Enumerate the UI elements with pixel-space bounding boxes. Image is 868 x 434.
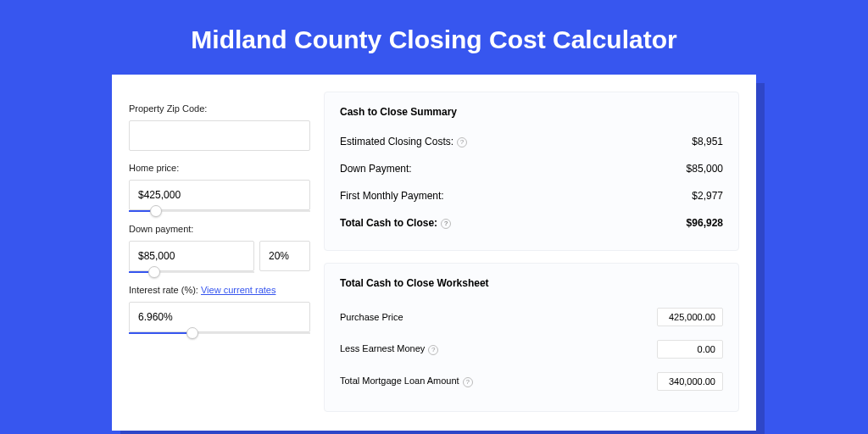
zip-label: Property Zip Code: <box>129 103 310 114</box>
summary-row: Down Payment:$85,000 <box>340 155 723 182</box>
zip-input[interactable] <box>129 120 310 151</box>
down-payment-label: Down payment: <box>129 224 310 234</box>
calculator-panel: Property Zip Code: Home price: Down paym… <box>112 75 756 431</box>
worksheet-row-label: Total Mortgage Loan Amount? <box>340 376 473 387</box>
help-icon[interactable]: ? <box>457 137 467 147</box>
home-price-label: Home price: <box>129 163 310 173</box>
inputs-column: Property Zip Code: Home price: Down paym… <box>129 92 310 414</box>
worksheet-row-label: Less Earnest Money? <box>340 343 438 354</box>
summary-row: Estimated Closing Costs:?$8,951 <box>340 128 723 155</box>
worksheet-row: Purchase Price425,000.00 <box>340 301 723 333</box>
home-price-slider[interactable] <box>129 210 310 212</box>
down-payment-thumb[interactable] <box>148 266 160 278</box>
worksheet-row-value[interactable]: 0.00 <box>657 340 723 359</box>
interest-rate-thumb[interactable] <box>186 327 198 339</box>
help-icon[interactable]: ? <box>428 345 438 355</box>
summary-row-value: $8,951 <box>692 136 723 147</box>
summary-card: Cash to Close Summary Estimated Closing … <box>324 92 739 251</box>
interest-rate-slider[interactable] <box>129 332 310 334</box>
help-icon[interactable]: ? <box>463 377 473 387</box>
worksheet-row-value[interactable]: 340,000.00 <box>657 372 723 391</box>
help-icon[interactable]: ? <box>441 219 451 229</box>
summary-row: Total Cash to Close:?$96,928 <box>340 209 723 236</box>
worksheet-row: Total Mortgage Loan Amount?340,000.00 <box>340 365 723 398</box>
summary-row: First Monthly Payment:$2,977 <box>340 182 723 209</box>
worksheet-row-value[interactable]: 425,000.00 <box>657 308 723 326</box>
worksheet-card: Total Cash to Close Worksheet Purchase P… <box>324 263 739 412</box>
summary-row-label: Estimated Closing Costs:? <box>340 136 467 147</box>
view-rates-link[interactable]: View current rates <box>201 285 275 295</box>
summary-row-value: $2,977 <box>692 190 723 202</box>
summary-row-value: $96,928 <box>687 217 723 229</box>
worksheet-heading: Total Cash to Close Worksheet <box>340 277 723 289</box>
summary-row-label: Down Payment: <box>340 163 412 175</box>
down-payment-pct-input[interactable] <box>259 241 310 271</box>
interest-rate-label: Interest rate (%): View current rates <box>129 285 310 295</box>
results-column: Cash to Close Summary Estimated Closing … <box>324 92 739 414</box>
down-payment-slider[interactable] <box>129 271 254 273</box>
worksheet-row: Less Earnest Money?0.00 <box>340 333 723 365</box>
down-payment-input[interactable] <box>129 241 254 271</box>
summary-row-label: Total Cash to Close:? <box>340 217 451 229</box>
interest-rate-input[interactable] <box>129 302 310 332</box>
home-price-thumb[interactable] <box>150 205 162 217</box>
page-title: Midland County Closing Cost Calculator <box>0 0 868 75</box>
worksheet-row-label: Purchase Price <box>340 312 403 322</box>
summary-heading: Cash to Close Summary <box>340 106 723 118</box>
summary-row-value: $85,000 <box>687 163 723 175</box>
summary-row-label: First Monthly Payment: <box>340 190 444 202</box>
